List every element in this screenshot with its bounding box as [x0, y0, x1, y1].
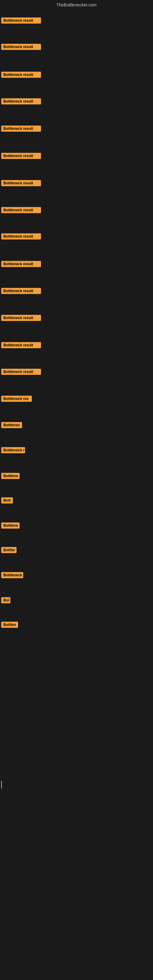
bottleneck-badge-17[interactable]: Bottleneck r	[1, 447, 25, 453]
bottleneck-badge-12[interactable]: Bottleneck result	[1, 315, 41, 321]
bottleneck-badge-6[interactable]: Bottleneck result	[1, 153, 41, 159]
row-item-8[interactable]: Bottleneck result	[1, 207, 41, 215]
row-item-2[interactable]: Bottleneck result	[1, 44, 41, 51]
row-item-5[interactable]: Bottleneck result	[1, 126, 41, 133]
bottleneck-badge-16[interactable]: Bottlenec	[1, 422, 22, 428]
bottleneck-badge-2[interactable]: Bottleneck result	[1, 44, 41, 50]
row-item-23[interactable]: Bol	[1, 597, 10, 605]
bottleneck-badge-18[interactable]: Bottlene	[1, 473, 19, 479]
bottleneck-badge-15[interactable]: Bottleneck res	[1, 396, 32, 402]
bottleneck-badge-5[interactable]: Bottleneck result	[1, 126, 41, 132]
row-item-7[interactable]: Bottleneck result	[1, 180, 41, 188]
cursor-indicator	[1, 781, 2, 788]
bottleneck-badge-3[interactable]: Bottleneck result	[1, 72, 41, 78]
row-item-12[interactable]: Bottleneck result	[1, 315, 41, 322]
bottleneck-badge-1[interactable]: Bottleneck result	[1, 18, 41, 24]
bottleneck-badge-22[interactable]: Bottleneck	[1, 572, 23, 578]
bottleneck-badge-10[interactable]: Bottleneck result	[1, 261, 41, 267]
bottleneck-badge-11[interactable]: Bottleneck result	[1, 288, 41, 294]
bottleneck-badge-14[interactable]: Bottleneck result	[1, 369, 41, 375]
row-item-1[interactable]: Bottleneck result	[1, 18, 41, 25]
bottleneck-badge-19[interactable]: Bott	[1, 497, 13, 503]
bottleneck-badge-21[interactable]: Bottler	[1, 547, 16, 553]
row-item-13[interactable]: Bottleneck result	[1, 342, 41, 350]
bottleneck-badge-7[interactable]: Bottleneck result	[1, 180, 41, 186]
row-item-17[interactable]: Bottleneck r	[1, 447, 25, 455]
row-item-9[interactable]: Bottleneck result	[1, 233, 41, 241]
row-item-21[interactable]: Bottler	[1, 547, 16, 554]
bottleneck-badge-20[interactable]: Bottlene	[1, 522, 19, 528]
row-item-22[interactable]: Bottleneck	[1, 572, 23, 579]
bottleneck-badge-8[interactable]: Bottleneck result	[1, 207, 41, 213]
row-item-19[interactable]: Bott	[1, 497, 13, 505]
row-item-24[interactable]: Bottlen	[1, 622, 18, 629]
row-item-16[interactable]: Bottlenec	[1, 422, 22, 430]
page-wrapper: TheBottlenecker.com Bottleneck resultBot…	[0, 0, 153, 980]
row-item-10[interactable]: Bottleneck result	[1, 261, 41, 268]
row-item-3[interactable]: Bottleneck result	[1, 72, 41, 79]
site-header: TheBottlenecker.com	[0, 0, 153, 9]
row-item-15[interactable]: Bottleneck res	[1, 396, 32, 403]
site-title: TheBottlenecker.com	[56, 2, 97, 7]
row-item-14[interactable]: Bottleneck result	[1, 369, 41, 376]
bottleneck-badge-23[interactable]: Bol	[1, 597, 10, 603]
row-item-18[interactable]: Bottlene	[1, 473, 19, 480]
bottleneck-badge-24[interactable]: Bottlen	[1, 622, 18, 628]
row-item-20[interactable]: Bottlene	[1, 522, 19, 530]
row-item-11[interactable]: Bottleneck result	[1, 288, 41, 295]
bottleneck-badge-13[interactable]: Bottleneck result	[1, 342, 41, 348]
row-item-6[interactable]: Bottleneck result	[1, 153, 41, 160]
row-item-4[interactable]: Bottleneck result	[1, 98, 41, 106]
bottleneck-badge-4[interactable]: Bottleneck result	[1, 98, 41, 105]
bottleneck-badge-9[interactable]: Bottleneck result	[1, 233, 41, 240]
